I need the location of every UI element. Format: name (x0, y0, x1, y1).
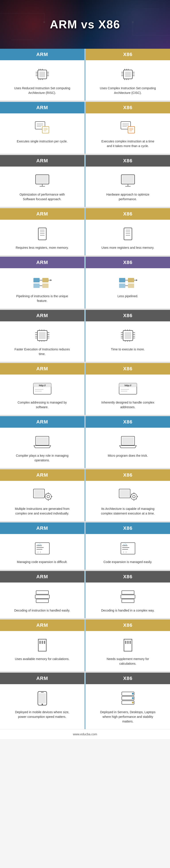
svg-text:http://: http:// (39, 384, 45, 387)
arm-label-memory: ARM (0, 619, 84, 631)
x86-label-compiler: X86 (86, 416, 170, 428)
svg-rect-169 (122, 599, 134, 603)
section-header-registers: ARM X86 (0, 208, 170, 220)
svg-marker-85 (136, 279, 137, 281)
x86-col-deployment: Deployed in Servers, Desktops, Laptops w… (86, 684, 170, 729)
content-row-performance: Optimization of performance with Softwar… (0, 166, 170, 207)
svg-rect-82 (128, 278, 134, 282)
arm-icon-decoding (32, 588, 52, 606)
arm-col-microinstructions: Multiple Instructions are generated from… (0, 481, 84, 521)
svg-point-5 (132, 21, 134, 23)
arm-col-compiler: Compiler plays a key role in managing op… (0, 428, 84, 468)
svg-rect-9 (39, 71, 45, 77)
svg-text:</>: </> (123, 543, 127, 546)
arm-col-execution-speed: Faster Execution of Instructions reduces… (0, 321, 84, 362)
x86-label-pipelining: X86 (86, 257, 170, 268)
svg-rect-164 (36, 591, 48, 594)
x86-desc-deployment: Deployed in Servers, Desktops, Laptops w… (99, 710, 157, 724)
content-row-execution-speed: Faster Execution of Instructions reduces… (0, 321, 170, 362)
x86-label-execution-speed: X86 (86, 310, 170, 321)
arm-icon-performance (32, 172, 52, 190)
x86-label-registers: X86 (86, 208, 170, 220)
x86-icon-memory (118, 636, 138, 654)
svg-text:</>: </> (37, 543, 41, 546)
arm-label-code-expansion: ARM (0, 523, 84, 534)
content-row-instruction-set: Uses Reduced Instruction Set computing A… (0, 60, 170, 100)
content-row-registers: Requires less registers, more memory. Us… (0, 220, 170, 255)
arm-label-microinstructions: ARM (0, 469, 84, 481)
arm-icon-addressing: http:// (32, 380, 52, 398)
section-header-deployment: ARM X86 (0, 673, 170, 684)
arm-label-pipelining: ARM (0, 257, 84, 268)
section-header-performance: ARM X86 (0, 155, 170, 166)
svg-point-183 (132, 697, 134, 699)
arm-desc-execution: Executes single instruction per cycle. (17, 139, 68, 144)
x86-desc-addressing: Inherently designed to handle complex ad… (99, 400, 157, 409)
svg-rect-71 (33, 283, 40, 288)
x86-desc-microinstructions: Its Architecture is capable of managing … (99, 506, 157, 516)
x86-col-registers: Uses more registers and less memory. (86, 220, 170, 255)
svg-text:{ }: { } (123, 551, 127, 553)
arm-label-compiler: ARM (0, 416, 84, 428)
arm-desc-instruction-set: Uses Reduced Instruction Set computing A… (13, 86, 71, 95)
arm-desc-addressing: Complex addressing is managed by softwar… (13, 400, 71, 409)
x86-icon-decoding (118, 588, 138, 606)
x86-icon-execution-speed (118, 327, 138, 344)
svg-rect-168 (121, 595, 135, 598)
arm-desc-microinstructions: Multiple Instructions are generated from… (13, 506, 71, 516)
x86-icon-registers (118, 225, 138, 243)
svg-rect-48 (128, 126, 135, 133)
svg-point-145 (133, 495, 135, 498)
section-header-execution-speed: ARM X86 (0, 310, 170, 321)
arm-icon-deployment (32, 689, 52, 707)
section-header-compiler: ARM X86 (0, 416, 170, 428)
svg-text:{ }: { } (37, 551, 41, 553)
svg-rect-174 (127, 641, 129, 644)
arm-label-execution: ARM (0, 102, 84, 114)
arm-col-registers: Requires less registers, more memory. (0, 220, 84, 255)
arm-label-deployment: ARM (0, 673, 84, 684)
svg-rect-165 (35, 595, 49, 598)
arm-icon-compiler (32, 433, 52, 451)
x86-desc-execution-speed: Time to execute is more. (111, 347, 145, 352)
arm-label-performance: ARM (0, 155, 84, 166)
svg-rect-143 (120, 490, 129, 497)
svg-rect-129 (36, 437, 48, 444)
content-row-execution: Executes single instruction per cycle. E… (0, 114, 170, 154)
svg-rect-170 (39, 641, 41, 644)
x86-desc-compiler: Micro program does the trick. (108, 454, 148, 458)
arm-label-registers: ARM (0, 208, 84, 220)
svg-rect-177 (39, 693, 46, 704)
arm-desc-pipelining: Pipelining of instructions is the unique… (13, 294, 71, 303)
x86-col-addressing: http:// Inherently designed to handle co… (86, 375, 170, 415)
svg-rect-83 (128, 283, 134, 288)
content-row-pipelining: Pipelining of instructions is the unique… (0, 268, 170, 309)
x86-icon-pipelining (118, 274, 138, 291)
x86-col-instruction-set: Uses Complex Instruction Set computing A… (86, 60, 170, 100)
svg-rect-78 (119, 278, 125, 282)
svg-rect-57 (122, 176, 134, 183)
arm-icon-registers (32, 225, 52, 243)
svg-marker-77 (50, 279, 52, 281)
x86-col-compiler: Micro program does the trick. (86, 428, 170, 468)
svg-rect-103 (125, 332, 131, 339)
x86-desc-registers: Uses more registers and less memory. (101, 245, 154, 250)
x86-desc-decoding: Decoding is handled in a complex way. (101, 608, 155, 613)
x86-col-decoding: Decoding is handled in a complex way. (86, 583, 170, 618)
content-row-code-expansion: </> { } Managing code expansion is diffi… (0, 534, 170, 570)
arm-col-deployment: Deployed in mobile devices where size, p… (0, 684, 84, 729)
arm-col-instruction-set: Uses Reduced Instruction Set computing A… (0, 60, 84, 100)
svg-rect-131 (122, 437, 134, 444)
arm-icon-microinstructions (32, 486, 52, 504)
arm-col-performance: Optimization of performance with Softwar… (0, 166, 84, 207)
svg-rect-40 (42, 126, 49, 133)
x86-icon-performance (118, 172, 138, 190)
arm-icon-execution (32, 119, 52, 136)
content-row-microinstructions: Multiple Instructions are generated from… (0, 481, 170, 521)
arm-desc-performance: Optimization of performance with Softwar… (13, 192, 71, 202)
section-header-code-expansion: ARM X86 (0, 523, 170, 534)
x86-icon-deployment (118, 689, 138, 707)
rows-container: ARM X86 Uses Reduced Instruction Set com… (0, 49, 170, 729)
content-row-addressing: http:// Complex addressing is managed by… (0, 375, 170, 415)
section-header-decoding: ARM X86 (0, 571, 170, 583)
